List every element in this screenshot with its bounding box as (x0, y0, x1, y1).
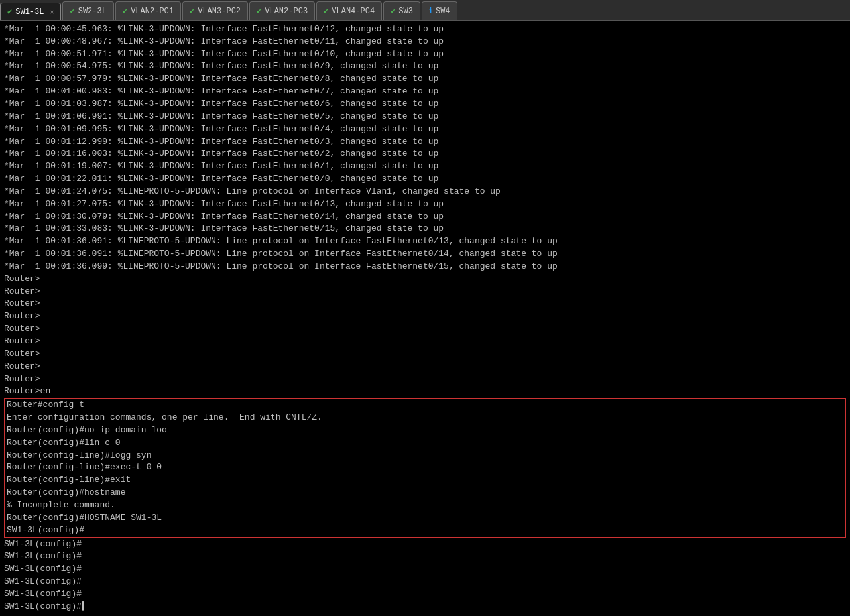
tab-VLAN2-PC1[interactable]: ✔VLAN2-PC1 (115, 1, 181, 20)
tab-SW3[interactable]: ✔SW3 (383, 1, 420, 20)
terminal-line: SW1-3L(config)# (4, 524, 846, 538)
terminal-line: *Mar 1 00:01:36.091: %LINEPROTO-5-UPDOWN… (4, 235, 846, 248)
terminal-line: *Mar 1 00:01:36.099: %LINEPROTO-5-UPDOWN… (4, 261, 846, 273)
terminal-line: SW1-3L(config)# (4, 588, 846, 601)
terminal-line: SW1-3L(config)#▌ (4, 601, 846, 613)
terminal-line: *Mar 1 00:01:19.007: %LINK-3-UPDOWN: Int… (4, 160, 846, 173)
terminal-line: SW1-3L(config)# (4, 538, 846, 551)
terminal-line: *Mar 1 00:00:51.971: %LINK-3-UPDOWN: Int… (4, 48, 846, 61)
terminal-line: Router(config-line)#logg syn (4, 450, 846, 462)
terminal-line: % Incomplete command. (4, 499, 846, 512)
tab-label: SW3 (398, 7, 413, 16)
terminal-line: *Mar 1 00:01:24.075: %LINEPROTO-5-UPDOWN… (4, 186, 846, 198)
terminal-line: SW1-3L(config)# (4, 576, 846, 588)
terminal-line: Router(config)#HOSTNAME SW1-3L (4, 512, 846, 524)
terminal-line: Router> (4, 286, 846, 298)
terminal-line: *Mar 1 00:01:09.995: %LINK-3-UPDOWN: Int… (4, 123, 846, 136)
check-icon: ✔ (324, 6, 328, 16)
terminal-line: *Mar 1 00:00:54.975: %LINK-3-UPDOWN: Int… (4, 60, 846, 73)
tab-label: VLAN4-PC4 (332, 7, 375, 16)
check-icon: ✔ (70, 6, 74, 16)
terminal-line: *Mar 1 00:01:22.011: %LINK-3-UPDOWN: Int… (4, 173, 846, 186)
tab-label: SW1-3L (15, 7, 44, 17)
terminal-line: *Mar 1 00:01:27.075: %LINK-3-UPDOWN: Int… (4, 198, 846, 211)
terminal-line: Router> (4, 336, 846, 348)
tab-SW4[interactable]: ℹSW4 (422, 1, 457, 20)
tab-VLAN4-PC4[interactable]: ✔VLAN4-PC4 (316, 1, 382, 20)
tab-label: SW4 (436, 7, 450, 16)
terminal-line: Router> (4, 361, 846, 373)
terminal-line: Router> (4, 273, 846, 286)
check-icon: ✔ (190, 6, 194, 16)
tab-label: VLAN3-PC2 (198, 7, 241, 16)
tab-SW2-3L[interactable]: ✔SW2-3L (62, 1, 113, 20)
tab-close-button[interactable]: ✕ (50, 8, 54, 16)
terminal-line: *Mar 1 00:00:45.963: %LINK-3-UPDOWN: Int… (4, 23, 846, 36)
terminal-line: SW1-3L(config)# (4, 550, 846, 563)
tab-SW1-3L[interactable]: ✔SW1-3L✕ (0, 3, 61, 21)
terminal-line: *Mar 1 00:01:36.091: %LINEPROTO-5-UPDOWN… (4, 248, 846, 261)
terminal-line: Router(config-line)#exec-t 0 0 (4, 462, 846, 474)
terminal-line: Router(config-line)#exit (4, 474, 846, 487)
terminal-line: *Mar 1 00:01:33.083: %LINK-3-UPDOWN: Int… (4, 223, 846, 235)
terminal-line: Router(config)#no ip domain loo (4, 424, 846, 437)
terminal-line: *Mar 1 00:01:12.999: %LINK-3-UPDOWN: Int… (4, 136, 846, 149)
tab-label: SW2-3L (78, 7, 107, 16)
terminal-line: Router> (4, 298, 846, 310)
terminal-line: Enter configuration commands, one per li… (4, 412, 846, 424)
terminal-line: *Mar 1 00:00:48.967: %LINK-3-UPDOWN: Int… (4, 36, 846, 48)
terminal-line: Router>en (4, 385, 846, 398)
terminal[interactable]: *Mar 1 00:00:35.087: %SNMP-5-COLDSTART: … (0, 21, 850, 616)
terminal-line: *Mar 1 00:01:03.987: %LINK-3-UPDOWN: Int… (4, 98, 846, 111)
check-icon: ✔ (7, 7, 12, 17)
terminal-line: *Mar 1 00:01:30.079: %LINK-3-UPDOWN: Int… (4, 211, 846, 223)
terminal-line: *Mar 1 00:01:06.991: %LINK-3-UPDOWN: Int… (4, 111, 846, 123)
tab-label: VLAN2-PC1 (131, 7, 174, 16)
terminal-line: Router> (4, 373, 846, 386)
info-icon: ℹ (429, 6, 432, 16)
check-icon: ✔ (123, 6, 127, 16)
terminal-line: Router(config)#lin c 0 (4, 437, 846, 450)
check-icon: ✔ (257, 6, 261, 16)
tab-bar: ✔SW1-3L✕✔SW2-3L✔VLAN2-PC1✔VLAN3-PC2✔VLAN… (0, 0, 850, 21)
terminal-line: Router(config)#hostname (4, 487, 846, 499)
tab-VLAN3-PC2[interactable]: ✔VLAN3-PC2 (182, 1, 248, 20)
tab-label: VLAN2-PC3 (265, 7, 308, 16)
terminal-line: Router> (4, 323, 846, 336)
terminal-line: Router#config t (4, 398, 846, 412)
terminal-line: *Mar 1 00:01:00.983: %LINK-3-UPDOWN: Int… (4, 86, 846, 98)
terminal-line: Router> (4, 348, 846, 361)
tab-VLAN2-PC3[interactable]: ✔VLAN2-PC3 (249, 1, 315, 20)
check-icon: ✔ (391, 6, 395, 16)
terminal-line: SW1-3L(config)# (4, 563, 846, 576)
terminal-line: Router> (4, 310, 846, 323)
terminal-line: *Mar 1 00:00:57.979: %LINK-3-UPDOWN: Int… (4, 73, 846, 86)
terminal-line: *Mar 1 00:01:16.003: %LINK-3-UPDOWN: Int… (4, 148, 846, 160)
